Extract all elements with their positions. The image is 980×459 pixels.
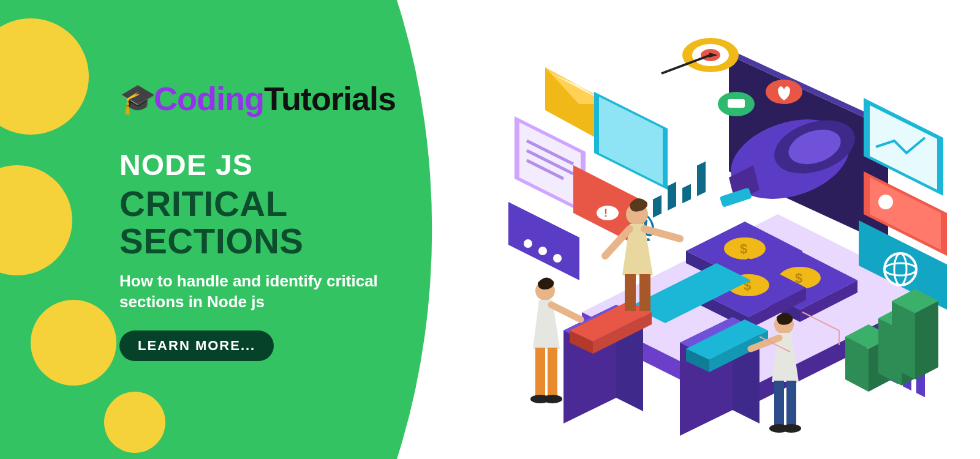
svg-rect-14 (898, 412, 932, 433)
svg-rect-68 (682, 184, 691, 203)
svg-marker-46 (508, 202, 579, 280)
svg-text:$: $ (740, 241, 747, 256)
hero-content: 🎓 Coding Tutorials NODE JS CRITICAL SECT… (119, 80, 438, 361)
headline-line-2: SECTIONS (119, 223, 438, 260)
like-bubble-icon (766, 80, 802, 104)
svg-rect-101 (548, 348, 557, 395)
svg-rect-96 (639, 274, 650, 311)
svg-point-13 (878, 195, 893, 209)
decorative-circle-4 (104, 392, 165, 453)
svg-point-103 (543, 395, 562, 403)
svg-rect-107 (774, 381, 784, 425)
svg-point-49 (553, 254, 562, 263)
svg-marker-78 (915, 301, 938, 379)
svg-rect-26 (728, 99, 745, 108)
chat-dots-card-icon (508, 202, 579, 280)
logo-text-coding: Coding (154, 80, 264, 118)
svg-point-47 (524, 239, 532, 248)
chat-bubble-icon (718, 92, 755, 116)
svg-rect-100 (535, 348, 545, 395)
svg-marker-77 (892, 301, 915, 379)
svg-point-44 (597, 206, 619, 220)
svg-text:!: ! (604, 207, 608, 219)
svg-rect-67 (668, 182, 676, 211)
svg-rect-69 (697, 162, 706, 196)
hero-illustration: @ ! $ $ $ (472, 18, 949, 447)
svg-rect-95 (625, 274, 636, 311)
svg-rect-66 (653, 195, 662, 218)
isometric-marketing-illustration: @ ! $ $ $ (472, 18, 949, 447)
topic-label: NODE JS (119, 148, 438, 182)
svg-rect-108 (786, 381, 796, 425)
headline-line-1: CRITICAL (119, 185, 438, 223)
learn-more-button[interactable]: LEARN MORE... (119, 330, 274, 361)
svg-point-110 (782, 424, 801, 433)
target-icon (662, 38, 739, 73)
subtitle: How to handle and identify critical sect… (119, 271, 401, 313)
brand-logo: 🎓 Coding Tutorials (119, 80, 438, 118)
decorative-circle-3 (31, 300, 116, 386)
headline: CRITICAL SECTIONS (119, 185, 438, 260)
logo-text-tutorials: Tutorials (264, 80, 396, 118)
graduation-cap-icon: 🎓 (119, 81, 156, 116)
svg-point-48 (538, 247, 547, 255)
svg-marker-36 (599, 97, 663, 185)
svg-line-99 (551, 305, 581, 319)
